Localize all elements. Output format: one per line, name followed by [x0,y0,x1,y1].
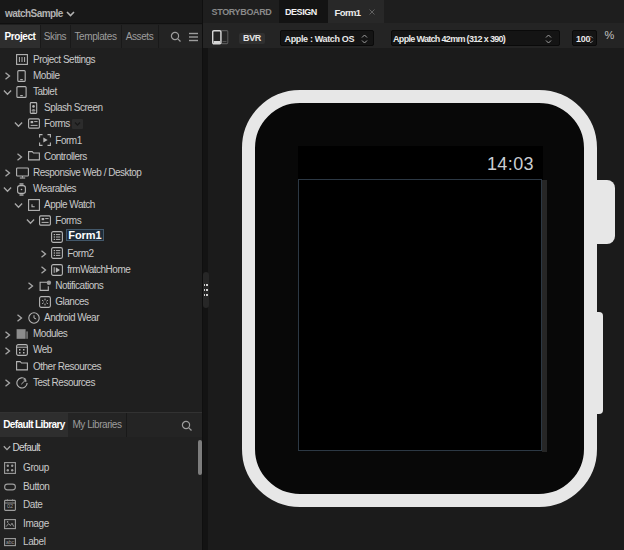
svg-text:02: 02 [7,503,13,509]
svg-text:abc: abc [6,539,15,545]
